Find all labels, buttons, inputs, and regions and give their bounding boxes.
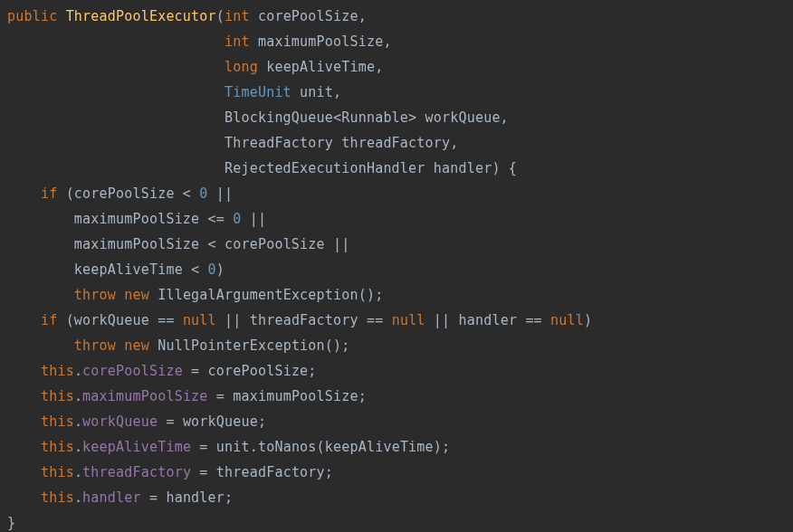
number-literal: 0 xyxy=(208,261,216,278)
code-line: TimeUnit unit, xyxy=(7,84,341,100)
code-line: ThreadFactory threadFactory, xyxy=(7,135,458,151)
code-line: if (workQueue == null || threadFactory =… xyxy=(7,312,592,328)
keyword-long: long xyxy=(225,59,258,75)
code-editor-content[interactable]: public ThreadPoolExecutor(int corePoolSi… xyxy=(0,0,793,532)
keyword-null: null xyxy=(183,312,216,328)
field-name: handler xyxy=(82,489,141,506)
code-line: this.handler = handler; xyxy=(7,489,233,506)
keyword-throw: throw xyxy=(74,337,116,354)
number-literal: 0 xyxy=(199,185,207,202)
keyword-this: this xyxy=(41,439,74,455)
field-name: corePoolSize xyxy=(82,363,183,379)
field-name: threadFactory xyxy=(82,464,191,480)
keyword-this: this xyxy=(41,363,74,379)
code-line: RejectedExecutionHandler handler) { xyxy=(7,160,517,176)
code-line: throw new IllegalArgumentException(); xyxy=(7,287,383,303)
code-line: long keepAliveTime, xyxy=(7,59,383,75)
keyword-public: public xyxy=(7,8,57,24)
type-timeunit: TimeUnit xyxy=(225,84,291,100)
code-line: this.keepAliveTime = unit.toNanos(keepAl… xyxy=(7,439,450,455)
code-line: this.workQueue = workQueue; xyxy=(7,413,266,430)
code-line: this.threadFactory = threadFactory; xyxy=(7,464,333,480)
keyword-this: this xyxy=(41,413,74,430)
field-name: keepAliveTime xyxy=(82,439,191,455)
keyword-new: new xyxy=(124,287,149,303)
code-line: this.maximumPoolSize = maximumPoolSize; xyxy=(7,388,367,404)
field-name: workQueue xyxy=(82,413,158,430)
field-name: maximumPoolSize xyxy=(82,388,207,404)
keyword-null: null xyxy=(550,312,584,328)
code-line: public ThreadPoolExecutor(int corePoolSi… xyxy=(7,8,367,24)
code-line: maximumPoolSize < corePoolSize || xyxy=(7,236,349,252)
code-line: BlockingQueue<Runnable> workQueue, xyxy=(7,109,509,126)
code-line: throw new NullPointerException(); xyxy=(7,337,350,354)
keyword-null: null xyxy=(392,312,425,328)
keyword-new: new xyxy=(124,337,149,354)
keyword-int: int xyxy=(225,33,250,50)
code-line: if (corePoolSize < 0 || xyxy=(7,185,233,202)
code-line: keepAliveTime < 0) xyxy=(7,261,225,278)
code-line: int maximumPoolSize, xyxy=(7,33,392,50)
code-line: } xyxy=(7,515,15,531)
keyword-throw: throw xyxy=(74,287,116,303)
code-line: maximumPoolSize <= 0 || xyxy=(7,211,266,227)
constructor-name: ThreadPoolExecutor xyxy=(66,8,216,24)
keyword-int: int xyxy=(225,8,250,24)
code-line: this.corePoolSize = corePoolSize; xyxy=(7,363,317,379)
keyword-if: if xyxy=(41,312,57,328)
keyword-this: this xyxy=(41,464,74,480)
keyword-this: this xyxy=(41,388,74,404)
keyword-this: this xyxy=(41,489,74,506)
keyword-if: if xyxy=(41,185,57,202)
